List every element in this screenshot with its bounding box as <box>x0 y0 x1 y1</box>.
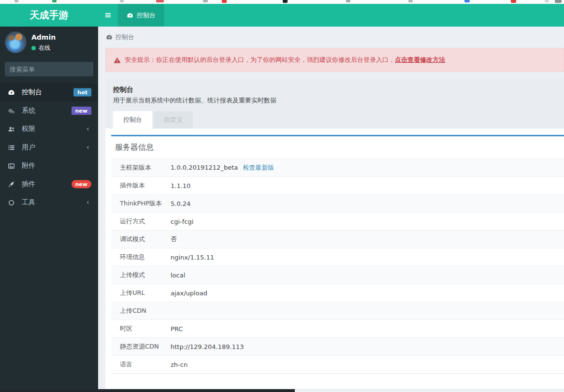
browser-strip <box>0 0 564 4</box>
favicon-fragment <box>464 0 470 2</box>
row-label: 上传URL <box>111 284 167 302</box>
alert-text: 安全提示：你正在使用默认的后台登录入口，为了你的网站安全，强烈建议你修改后台登录… <box>125 56 395 63</box>
row-value: 5.0.24 <box>171 200 190 207</box>
table-row: 静态资源CDN http://129.204.189.113 <box>111 338 564 356</box>
favicon-fragment <box>555 0 562 3</box>
main-content: 控制台 安全提示：你正在使用默认的后台登录入口，为了你的网站安全，强烈建议你修改… <box>98 27 564 392</box>
table-row: 上传URL ajax/upload <box>111 284 564 302</box>
dashboard-panel: 控制台 用于展示当前系统中的统计数据、统计报表及重要实时数据 控制台 自定义 服… <box>105 79 564 390</box>
row-label: 环境信息 <box>111 248 167 266</box>
row-value: nginx/1.15.11 <box>171 254 214 261</box>
check-latest-link[interactable]: 检查最新版 <box>243 164 274 171</box>
row-label: 语言 <box>111 356 167 374</box>
favicon-fragment <box>203 0 208 2</box>
panel-heading: 控制台 用于展示当前系统中的统计数据、统计报表及重要实时数据 控制台 自定义 <box>105 79 564 129</box>
panel-title: 控制台 <box>113 86 556 94</box>
table-row: ThinkPHP版本 5.0.24 <box>111 195 564 213</box>
sidebar: Admin 在线 控制台 hot 系统 new 权限 用户 附件 <box>0 27 98 392</box>
sidebar-item-3[interactable]: 用户 <box>0 138 98 157</box>
table-row: 上传CDN <box>111 302 564 320</box>
row-value: ajax/upload <box>171 290 207 297</box>
row-label: 静态资源CDN <box>111 338 167 356</box>
server-info-table: 主框架版本 1.0.0.20191212_beta检查最新版 插件版本 1.1.… <box>111 159 564 374</box>
user-panel: Admin 在线 <box>0 27 98 58</box>
search-input[interactable] <box>5 66 93 73</box>
sidebar-toggle-button[interactable] <box>98 4 118 27</box>
table-row: 主框架版本 1.0.0.20191212_beta检查最新版 <box>111 159 564 177</box>
table-row: 语言 zh-cn <box>111 356 564 374</box>
header-tab-dashboard[interactable]: 控制台 <box>118 4 164 27</box>
row-label: 运行方式 <box>111 213 167 231</box>
online-status-dot <box>31 46 36 50</box>
user-name: Admin <box>31 33 56 41</box>
user-status-label: 在线 <box>39 44 50 52</box>
breadcrumb-item-dashboard[interactable]: 控制台 <box>106 33 134 42</box>
warning-icon <box>114 57 121 64</box>
favicon-fragment <box>511 0 516 3</box>
row-label: 时区 <box>111 320 167 338</box>
breadcrumb: 控制台 <box>98 27 564 46</box>
row-value: zh-cn <box>171 361 188 368</box>
favicon-fragment <box>283 0 288 3</box>
sidebar-item-4[interactable]: 附件 <box>0 157 98 175</box>
favicon-fragment <box>156 0 164 2</box>
menu-item-label: 用户 <box>22 143 35 152</box>
gears-icon <box>8 107 17 115</box>
row-label: 主框架版本 <box>111 159 167 177</box>
menu-badge: new <box>72 180 91 189</box>
row-label: ThinkPHP版本 <box>111 195 167 213</box>
row-label: 调试模式 <box>111 231 167 248</box>
favicon-fragment <box>14 0 18 2</box>
row-value: 1.0.0.20191212_beta <box>171 164 238 171</box>
favicon-fragment <box>222 0 227 3</box>
menu-badge: new <box>72 107 91 115</box>
users-icon <box>8 126 17 133</box>
dashboard-icon <box>127 12 133 19</box>
tab-custom[interactable]: 自定义 <box>154 111 193 129</box>
chevron-left-icon <box>86 200 90 205</box>
favicon-fragment <box>346 0 350 2</box>
image-icon <box>8 162 17 170</box>
chevron-left-icon <box>86 145 90 150</box>
server-info-title: 服务器信息 <box>111 136 564 159</box>
security-alert: 安全提示：你正在使用默认的后台登录入口，为了你的网站安全，强烈建议你修改后台登录… <box>105 48 564 72</box>
panel-subtitle: 用于展示当前系统中的统计数据、统计报表及重要实时数据 <box>113 96 556 105</box>
sidebar-item-1[interactable]: 系统 new <box>0 102 98 120</box>
rocket-icon <box>8 181 17 188</box>
row-label: 上传模式 <box>111 266 167 284</box>
row-value: PRC <box>171 325 183 333</box>
menu-item-label: 附件 <box>22 161 35 170</box>
table-row: 插件版本 1.1.10 <box>111 177 564 195</box>
menu-item-label: 控制台 <box>22 88 42 97</box>
row-value: local <box>171 272 185 279</box>
favicon-fragment <box>408 0 413 2</box>
menu-item-label: 权限 <box>22 125 35 133</box>
row-value: cgi-fcgi <box>171 218 193 225</box>
avatar <box>5 31 27 53</box>
menu-item-label: 工具 <box>22 198 35 207</box>
chevron-left-icon <box>86 127 90 131</box>
logo[interactable]: 天成手游 <box>0 4 98 27</box>
sidebar-item-0[interactable]: 控制台 hot <box>0 83 98 102</box>
alert-link[interactable]: 点击查看修改方法 <box>395 56 445 63</box>
menu-item-label: 系统 <box>22 106 35 115</box>
sidebar-menu: 控制台 hot 系统 new 权限 用户 附件 插件 new 工具 <box>0 83 98 212</box>
favicon-fragment <box>120 0 124 2</box>
row-value: 否 <box>171 235 177 243</box>
sidebar-item-5[interactable]: 插件 new <box>0 175 98 193</box>
sidebar-item-2[interactable]: 权限 <box>0 120 98 138</box>
row-value: http://129.204.189.113 <box>171 343 244 350</box>
hamburger-icon <box>104 12 112 19</box>
sidebar-search <box>5 62 93 76</box>
panel-body: 服务器信息 主框架版本 1.0.0.20191212_beta检查最新版 插件版… <box>105 129 564 389</box>
menu-item-label: 插件 <box>22 180 35 189</box>
tab-dashboard[interactable]: 控制台 <box>113 111 152 129</box>
header-tab-label: 控制台 <box>137 11 156 20</box>
row-label: 插件版本 <box>111 177 167 195</box>
app-header: 天成手游 控制台 <box>0 4 564 27</box>
menu-badge: hot <box>73 88 91 97</box>
table-row: 运行方式 cgi-fcgi <box>111 213 564 231</box>
row-value: 1.1.10 <box>171 182 190 189</box>
sidebar-item-6[interactable]: 工具 <box>0 193 98 212</box>
favicon-fragment <box>52 0 57 2</box>
